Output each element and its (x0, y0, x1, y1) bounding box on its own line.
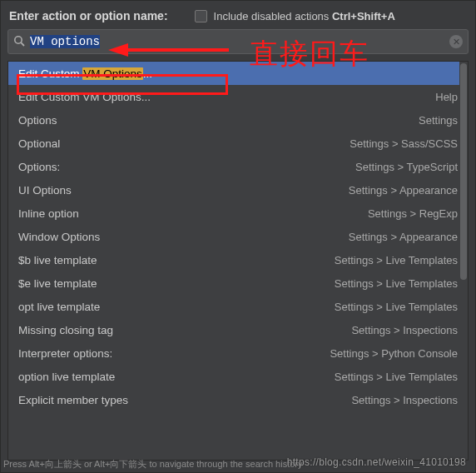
result-label: Missing closing tag (18, 324, 113, 336)
result-location: Settings > Live Templates (335, 371, 458, 383)
result-row[interactable]: opt live templateSettings > Live Templat… (8, 295, 468, 318)
result-row[interactable]: OptionalSettings > Sass/SCSS (8, 132, 468, 155)
result-label: Window Options (18, 231, 100, 243)
result-location: Settings (419, 114, 458, 127)
result-row[interactable]: $b live templateSettings > Live Template… (8, 248, 468, 271)
result-location: Settings > Live Templates (335, 254, 458, 266)
result-label: Edit Custom VM Options... (18, 67, 152, 80)
result-row[interactable]: Explicit member typesSettings > Inspecti… (8, 388, 468, 411)
result-row[interactable]: Inline optionSettings > RegExp (8, 202, 468, 225)
result-label: Options: (18, 161, 60, 173)
scrollbar[interactable] (459, 62, 468, 460)
result-location: Settings > Appearance (349, 231, 458, 243)
result-row[interactable]: Options:Settings > TypeScript (8, 155, 468, 178)
search-highlight: VM Options (82, 67, 143, 80)
result-label: Edit Custom VM Options... (18, 91, 151, 103)
result-location: Settings > RegExp (368, 207, 458, 220)
result-location: Help (435, 91, 458, 103)
search-input[interactable] (25, 35, 449, 48)
result-row[interactable]: OptionsSettings (8, 108, 468, 132)
result-label: Options (18, 114, 57, 127)
result-row[interactable]: Window OptionsSettings > Appearance (8, 225, 468, 248)
find-action-panel: Enter action or option name: Include dis… (0, 0, 476, 473)
include-disabled-checkbox[interactable] (195, 10, 207, 22)
hint-bar: Press Alt+向上箭头 or Alt+向下箭头 to navigate t… (3, 458, 303, 471)
watermark: https://blog.csdn.net/weixin_41010198 (287, 456, 466, 468)
results-list: Edit Custom VM Options...Edit Custom VM … (7, 61, 469, 461)
result-location: Settings > Live Templates (335, 277, 458, 290)
result-location: Settings > TypeScript (355, 161, 458, 173)
result-row[interactable]: Missing closing tagSettings > Inspection… (8, 318, 468, 341)
result-location: Settings > Inspections (351, 324, 458, 336)
result-row[interactable]: $e live templateSettings > Live Template… (8, 271, 468, 295)
result-row[interactable]: Edit Custom VM Options...Help (8, 85, 468, 108)
result-label: Interpreter options: (18, 347, 112, 360)
result-label: Optional (18, 137, 60, 150)
result-location: Settings > Appearance (349, 184, 458, 197)
svg-line-1 (21, 42, 24, 46)
result-label: Explicit member types (18, 394, 128, 406)
result-row[interactable]: UI OptionsSettings > Appearance (8, 178, 468, 202)
result-label: Inline option (18, 207, 79, 220)
result-row[interactable]: option live templateSettings > Live Temp… (8, 365, 468, 388)
result-label: $e live template (18, 277, 97, 290)
result-row[interactable]: Interpreter options:Settings > Python Co… (8, 341, 468, 365)
header-label: Enter action or option name: (9, 9, 168, 22)
header-row: Enter action or option name: Include dis… (7, 6, 469, 29)
result-label: UI Options (18, 184, 72, 197)
scrollbar-thumb[interactable] (460, 63, 467, 280)
clear-icon[interactable]: ✕ (449, 35, 463, 48)
result-label: opt live template (18, 301, 100, 313)
search-field-wrap[interactable]: ✕ (7, 29, 469, 54)
result-location: Settings > Sass/SCSS (350, 137, 458, 150)
result-row[interactable]: Edit Custom VM Options... (8, 62, 468, 85)
result-location: Settings > Python Console (330, 347, 458, 360)
result-location: Settings > Live Templates (335, 301, 458, 313)
include-disabled-label: Include disabled actions Ctrl+Shift+A (214, 10, 395, 22)
result-location: Settings > Inspections (351, 394, 458, 406)
result-label: $b live template (18, 254, 97, 266)
search-icon (13, 35, 25, 49)
svg-point-0 (15, 36, 22, 42)
result-label: option live template (18, 371, 115, 383)
